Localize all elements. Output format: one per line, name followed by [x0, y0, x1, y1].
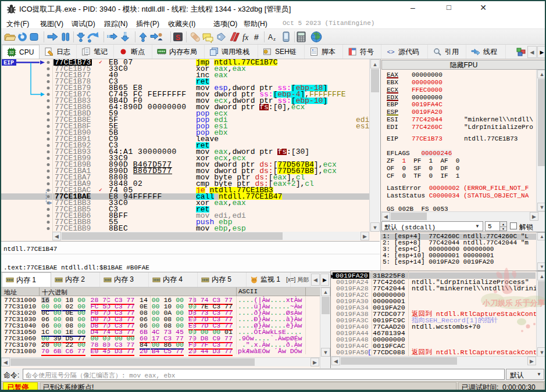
- svg-text:<>: <>: [387, 49, 394, 56]
- svg-text:EIP: EIP: [3, 60, 14, 66]
- svg-text:S: S: [176, 34, 180, 42]
- svg-text:A: A: [268, 33, 273, 41]
- svg-text:#: #: [254, 33, 259, 42]
- svg-text:z: z: [273, 37, 276, 42]
- svg-text:32: 32: [9, 51, 14, 55]
- svg-text:fx: fx: [242, 33, 249, 42]
